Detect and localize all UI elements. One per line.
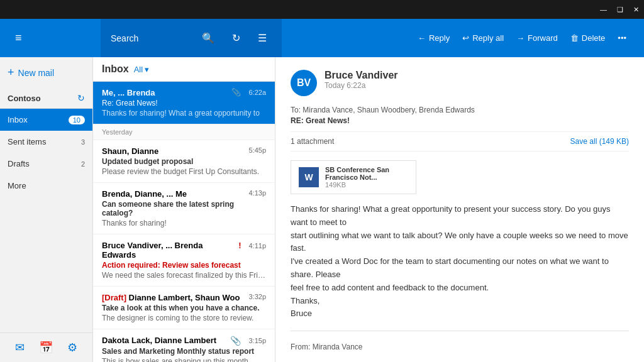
email-sender: Brenda, Dianne, ... Me xyxy=(102,189,187,199)
delete-icon: 🗑 xyxy=(570,33,579,43)
sidebar-item-inbox[interactable]: Inbox 10 xyxy=(0,109,92,131)
email-subject: Sales and Marketing Monthly status repor… xyxy=(102,347,266,356)
account-row: Contoso ↻ xyxy=(0,88,92,109)
email-re: RE: Great News! xyxy=(291,116,629,125)
date-separator: Yesterday xyxy=(93,124,275,140)
email-preview: Thanks for sharing! xyxy=(102,219,266,228)
attachment-name: SB Conference San Francisco Not... xyxy=(325,166,408,181)
email-list-header: Inbox All ▾ xyxy=(93,57,275,82)
sidebar-item-drafts[interactable]: Drafts 2 xyxy=(0,153,92,175)
minimize-button[interactable]: — xyxy=(600,6,607,13)
more-button[interactable]: ••• xyxy=(613,30,631,47)
hamburger-button[interactable]: ≡ xyxy=(13,29,25,47)
email-subject: Can someone share the latest spring cata… xyxy=(102,200,266,217)
list-item[interactable]: Me, ... Brenda 📎 6:22a Re: Great News! T… xyxy=(93,82,275,124)
email-list: Inbox All ▾ Me, ... Brenda 📎 6:22a xyxy=(93,57,275,362)
email-preview: Thanks for sharing! What a great opportu… xyxy=(102,109,266,118)
email-sender: Bruce Vandiver, ... Brenda Edwards xyxy=(102,241,238,260)
plus-icon: + xyxy=(8,66,14,79)
list-item[interactable]: Shaun, Dianne 5:45p Updated budget propo… xyxy=(93,140,275,183)
avatar: BV xyxy=(291,70,317,96)
sent-label: Sent items xyxy=(8,137,46,146)
reply-all-arrow-icon: ↩ xyxy=(462,33,469,43)
email-subject: Take a look at this when you have a chan… xyxy=(102,304,266,312)
email-item-header: [Draft] Dianne Lambert, Shaun Woo 3:32p xyxy=(102,293,266,302)
attachment-icon: 📎 xyxy=(230,336,241,346)
body-line3: I've created a Word Doc for the team to … xyxy=(291,255,629,282)
maximize-button[interactable]: ❑ xyxy=(617,6,623,14)
main-content: + New mail Contoso ↻ Inbox 10 Sent items… xyxy=(0,57,644,362)
forward-arrow-icon: → xyxy=(516,33,525,43)
refresh-icon-btn[interactable]: ↻ xyxy=(227,30,245,47)
email-preview: This is how sales are shaping up this mo… xyxy=(102,357,266,362)
list-item[interactable]: Brenda, Dianne, ... Me 4:13p Can someone… xyxy=(93,183,275,234)
save-all-link[interactable]: Save all (149 KB) xyxy=(570,137,629,146)
word-icon: W xyxy=(299,167,319,187)
toolbar-search: Search 🔍 ↻ ☰ xyxy=(101,19,282,57)
body-line1: Thanks for sharing! What a great opportu… xyxy=(291,203,629,229)
settings-icon-btn[interactable]: ⚙ xyxy=(67,341,77,354)
drafts-badge: 2 xyxy=(81,160,85,168)
email-item-header: Dakota Lack, Dianne Lambert 📎 3:15p xyxy=(102,336,266,346)
delete-button[interactable]: 🗑 Delete xyxy=(565,30,611,47)
chevron-down-icon: ▾ xyxy=(145,65,149,74)
sidebar-item-sent[interactable]: Sent items 3 xyxy=(0,131,92,153)
inbox-title: Inbox xyxy=(102,63,129,75)
list-item[interactable]: Bruce Vandiver, ... Brenda Edwards ! 4:1… xyxy=(93,234,275,287)
more-label: More xyxy=(8,181,26,190)
new-mail-label: New mail xyxy=(18,68,55,78)
email-list-content: Me, ... Brenda 📎 6:22a Re: Great News! T… xyxy=(93,82,275,362)
title-bar-controls: — ❑ ✕ xyxy=(600,6,639,14)
mail-icon-btn[interactable]: ✉ xyxy=(15,341,25,354)
body-line2: start outlining what we want to talk abo… xyxy=(291,229,629,256)
sidebar: + New mail Contoso ↻ Inbox 10 Sent items… xyxy=(0,57,93,362)
account-name: Contoso xyxy=(8,94,41,103)
email-detail: BV Bruce Vandiver Today 6:22a To: Mirand… xyxy=(275,57,644,362)
nav-items: Inbox 10 Sent items 3 Drafts 2 More xyxy=(0,109,92,332)
sent-badge: 3 xyxy=(81,138,85,146)
email-item-header: Bruce Vandiver, ... Brenda Edwards ! 4:1… xyxy=(102,241,266,260)
filter-icon-btn[interactable]: ☰ xyxy=(253,30,272,47)
email-item-header: Brenda, Dianne, ... Me 4:13p xyxy=(102,189,266,199)
sidebar-bottom: ✉ 📅 ⚙ xyxy=(0,332,92,362)
email-preview: The designer is coming to the store to r… xyxy=(102,314,266,322)
search-icon-btn[interactable]: 🔍 xyxy=(197,30,219,47)
reply-label: Reply xyxy=(429,33,450,43)
email-divider xyxy=(291,331,629,331)
email-time: 6:22a xyxy=(248,89,266,96)
urgent-icon: ! xyxy=(238,241,241,250)
list-item[interactable]: [Draft] Dianne Lambert, Shaun Woo 3:32p … xyxy=(93,287,275,329)
reply-all-label: Reply all xyxy=(472,33,504,43)
email-subject: Updated budget proposal xyxy=(102,157,266,166)
sync-icon[interactable]: ↻ xyxy=(77,93,85,103)
title-bar: — ❑ ✕ xyxy=(0,0,644,19)
sidebar-item-more[interactable]: More xyxy=(0,175,92,197)
email-subject: Re: Great News! xyxy=(102,99,266,107)
inbox-badge: 10 xyxy=(69,116,85,124)
toolbar-actions: ← Reply ↩ Reply all → Forward 🗑 Delete •… xyxy=(282,30,636,47)
filter-button[interactable]: All ▾ xyxy=(134,65,149,74)
close-button[interactable]: ✕ xyxy=(633,6,639,14)
attachment-item[interactable]: W SB Conference San Francisco Not... 149… xyxy=(291,160,416,194)
attachment-count: 1 attachment xyxy=(291,137,334,146)
drafts-label: Drafts xyxy=(8,159,30,168)
email-item-header: Me, ... Brenda 📎 6:22a xyxy=(102,88,266,97)
email-preview: We need the sales forecast finalized by … xyxy=(102,271,266,280)
calendar-icon-btn[interactable]: 📅 xyxy=(39,341,53,354)
list-item[interactable]: Dakota Lack, Dianne Lambert 📎 3:15p Sale… xyxy=(93,329,275,362)
attachment-icon: 📎 xyxy=(231,88,241,97)
email-preview: Please review the budget First Up Consul… xyxy=(102,167,266,176)
app-window: ≡ Search 🔍 ↻ ☰ ← Reply ↩ Reply all → For… xyxy=(0,19,644,362)
email-time: 3:32p xyxy=(248,293,266,300)
forward-button[interactable]: → Forward xyxy=(511,30,563,47)
email-to: To: Miranda Vance, Shaun Woodbery, Brend… xyxy=(291,106,629,114)
forwarded-section: From: Miranda Vance Sent: Yesterday 7:12… xyxy=(291,341,629,349)
attachment-bar: 1 attachment Save all (149 KB) xyxy=(291,131,629,151)
reply-all-button[interactable]: ↩ Reply all xyxy=(457,30,509,47)
more-icon: ••• xyxy=(618,33,626,43)
new-mail-button[interactable]: + New mail xyxy=(0,57,92,88)
email-sender: Dakota Lack, Dianne Lambert xyxy=(102,336,216,345)
reply-button[interactable]: ← Reply xyxy=(413,30,455,47)
inbox-label: Inbox xyxy=(8,115,28,124)
email-sender: Me, ... Brenda xyxy=(102,88,155,97)
